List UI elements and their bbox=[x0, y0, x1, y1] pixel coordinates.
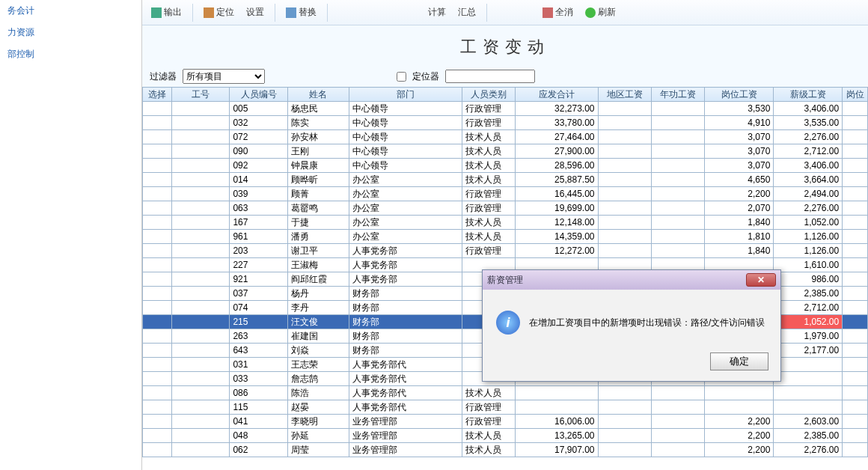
cell[interactable] bbox=[843, 443, 868, 457]
cell[interactable]: 2,276.00 bbox=[774, 443, 843, 457]
sidebar-item-accounting[interactable]: 务会计 bbox=[0, 0, 141, 22]
cell[interactable] bbox=[843, 315, 868, 329]
cell[interactable]: 詹志鹄 bbox=[287, 372, 349, 386]
cell[interactable] bbox=[598, 130, 651, 144]
cell[interactable] bbox=[651, 187, 704, 201]
cell[interactable]: 12,148.00 bbox=[516, 216, 598, 230]
cell[interactable]: 中心领导 bbox=[349, 144, 462, 159]
cell[interactable] bbox=[843, 159, 868, 173]
col-last[interactable]: 岗位 bbox=[843, 88, 868, 102]
cell[interactable]: 215 bbox=[230, 315, 288, 329]
cell[interactable]: 28,596.00 bbox=[516, 159, 598, 173]
table-row[interactable]: 167于捷办公室技术人员12,148.001,8401,052.00 bbox=[143, 216, 868, 230]
cell[interactable] bbox=[598, 173, 651, 187]
cell[interactable] bbox=[598, 216, 651, 230]
cell[interactable] bbox=[843, 258, 868, 272]
cell[interactable] bbox=[598, 144, 651, 159]
cell[interactable]: 921 bbox=[230, 272, 288, 287]
cell[interactable] bbox=[171, 301, 230, 315]
cell[interactable] bbox=[843, 201, 868, 216]
cell[interactable] bbox=[598, 244, 651, 258]
cell[interactable] bbox=[171, 315, 230, 329]
cell[interactable] bbox=[143, 159, 172, 173]
cell[interactable]: 办公室 bbox=[349, 216, 462, 230]
col-post[interactable]: 岗位工资 bbox=[705, 88, 774, 102]
col-name[interactable]: 姓名 bbox=[287, 88, 349, 102]
cell[interactable] bbox=[171, 372, 230, 386]
cell[interactable]: 1,052.00 bbox=[774, 315, 843, 329]
col-person-no[interactable]: 人员编号 bbox=[230, 88, 288, 102]
cell[interactable] bbox=[143, 372, 172, 386]
col-grade[interactable]: 薪级工资 bbox=[774, 88, 843, 102]
cell[interactable]: 技术人员 bbox=[462, 173, 515, 187]
cell[interactable]: 1,126.00 bbox=[774, 230, 843, 244]
cell[interactable] bbox=[651, 159, 704, 173]
cell[interactable]: 顾晔昕 bbox=[287, 173, 349, 187]
cell[interactable]: 杨忠民 bbox=[287, 102, 349, 116]
cell[interactable]: 2,200 bbox=[705, 187, 774, 201]
cell[interactable]: 李丹 bbox=[287, 301, 349, 315]
cell[interactable] bbox=[143, 344, 172, 358]
cell[interactable] bbox=[516, 386, 598, 400]
cell[interactable] bbox=[843, 329, 868, 344]
cell[interactable]: 人事党务部代 bbox=[349, 372, 462, 386]
cell[interactable]: 人事党务部 bbox=[349, 258, 462, 272]
cell[interactable]: 王淑梅 bbox=[287, 258, 349, 272]
cell[interactable]: 1,979.00 bbox=[774, 329, 843, 344]
cell[interactable]: 谢卫平 bbox=[287, 244, 349, 258]
cell[interactable] bbox=[843, 272, 868, 287]
cell[interactable] bbox=[843, 144, 868, 159]
cell[interactable] bbox=[171, 230, 230, 244]
cell[interactable]: 办公室 bbox=[349, 201, 462, 216]
cell[interactable] bbox=[651, 201, 704, 216]
locator-input[interactable] bbox=[445, 70, 535, 83]
cell[interactable]: 2,712.00 bbox=[774, 144, 843, 159]
cell[interactable] bbox=[171, 244, 230, 258]
cell[interactable]: 技术人员 bbox=[462, 216, 515, 230]
cell[interactable] bbox=[651, 144, 704, 159]
cell[interactable] bbox=[651, 173, 704, 187]
cell[interactable]: 039 bbox=[230, 187, 288, 201]
cell[interactable]: 孙延 bbox=[287, 429, 349, 443]
cell[interactable] bbox=[171, 287, 230, 301]
table-row[interactable]: 086陈浩人事党务部代技术人员 bbox=[143, 386, 868, 400]
cell[interactable]: 227 bbox=[230, 258, 288, 272]
cell[interactable] bbox=[774, 386, 843, 400]
cell[interactable]: 2,385.00 bbox=[774, 287, 843, 301]
cell[interactable]: 王志荣 bbox=[287, 358, 349, 372]
cell[interactable]: 李晓明 bbox=[287, 415, 349, 429]
col-category[interactable]: 人员类别 bbox=[462, 88, 515, 102]
cell[interactable] bbox=[774, 400, 843, 415]
cell[interactable] bbox=[171, 258, 230, 272]
cell[interactable] bbox=[843, 187, 868, 201]
cell[interactable] bbox=[143, 116, 172, 130]
cell[interactable]: 技术人员 bbox=[462, 159, 515, 173]
cell[interactable]: 2,276.00 bbox=[774, 201, 843, 216]
cell[interactable]: 2,385.00 bbox=[774, 429, 843, 443]
cell[interactable]: 业务管理部 bbox=[349, 443, 462, 457]
cell[interactable] bbox=[171, 102, 230, 116]
cell[interactable] bbox=[705, 400, 774, 415]
dialog-ok-button[interactable]: 确定 bbox=[710, 352, 768, 370]
cell[interactable]: 961 bbox=[230, 230, 288, 244]
cell[interactable] bbox=[598, 159, 651, 173]
cell[interactable] bbox=[171, 400, 230, 415]
cell[interactable]: 2,177.00 bbox=[774, 344, 843, 358]
cell[interactable]: 1,610.00 bbox=[774, 258, 843, 272]
cell[interactable]: 090 bbox=[230, 144, 288, 159]
cell[interactable] bbox=[598, 400, 651, 415]
cell[interactable] bbox=[143, 216, 172, 230]
cell[interactable]: 3,406.00 bbox=[774, 102, 843, 116]
cell[interactable]: 潘勇 bbox=[287, 230, 349, 244]
cell[interactable] bbox=[843, 244, 868, 258]
cell[interactable] bbox=[143, 272, 172, 287]
cell[interactable] bbox=[843, 415, 868, 429]
cell[interactable] bbox=[774, 372, 843, 386]
cell[interactable]: 顾菁 bbox=[287, 187, 349, 201]
cell[interactable]: 于捷 bbox=[287, 216, 349, 230]
cell[interactable]: 25,887.50 bbox=[516, 173, 598, 187]
cell[interactable] bbox=[171, 429, 230, 443]
cell[interactable]: 32,273.00 bbox=[516, 102, 598, 116]
cell[interactable] bbox=[171, 201, 230, 216]
cell[interactable] bbox=[598, 415, 651, 429]
